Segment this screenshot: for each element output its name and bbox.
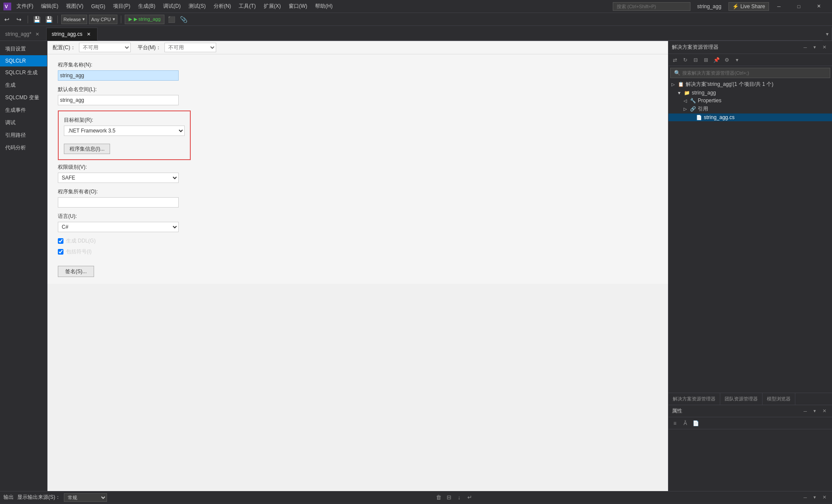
tab-scroll-right[interactable]: ▾ [823,28,832,41]
props-pin-button[interactable]: ─ [801,407,810,416]
sidebar-item-reference-paths[interactable]: 引用路径 [0,129,47,142]
output-source-select[interactable]: 常规 [64,493,107,502]
permission-label: 权限级别(V): [58,164,658,171]
redo-button[interactable]: ↪ [14,14,24,25]
sidebar-item-code-analysis[interactable]: 代码分析 [0,142,47,154]
title-bar: V 文件(F) 编辑(E) 视图(V) Git(G) 项目(P) 生成(B) 调… [0,0,832,13]
sidebar-item-sqlclr-build[interactable]: SQLCLR 生成 [0,66,47,79]
sidebar-item-build-events[interactable]: 生成事件 [0,104,47,117]
output-clear-button[interactable]: 🗑 [434,493,443,502]
cpu-dropdown[interactable]: Any CPU ▾ [89,15,117,24]
se-search-input[interactable] [682,70,826,76]
vs-logo-icon: V [3,3,11,10]
props-pages-btn[interactable]: 📄 [691,419,700,428]
close-button[interactable]: ✕ [809,0,829,13]
sign-button[interactable]: 签名(S)... [58,266,94,277]
menu-analyze[interactable]: 分析(N) [210,1,235,12]
permission-select[interactable]: SAFE [58,173,179,183]
references-label: 引用 [698,105,708,113]
output-pin-button[interactable]: ─ [801,493,810,502]
se-tab-team-explorer[interactable]: 团队资源管理器 [720,393,763,405]
tab-project-settings[interactable]: string_agg* ✕ [0,28,47,41]
menu-debug[interactable]: 调试(D) [160,1,184,12]
menu-view[interactable]: 视图(V) [63,1,87,12]
search-input[interactable] [613,2,690,11]
menu-extensions[interactable]: 扩展(X) [260,1,284,12]
props-minimize-button[interactable]: ▾ [810,407,819,416]
release-dropdown[interactable]: Release ▾ [61,15,87,24]
se-pin-button[interactable]: 📌 [712,55,721,65]
sidebar-item-build[interactable]: 生成 [0,79,47,91]
menu-edit[interactable]: 编辑(E) [38,1,62,12]
references-icon: 🔗 [690,106,696,112]
target-framework-select[interactable]: .NET Framework 3.5 [64,126,185,136]
run-button[interactable]: ▶ ▶ string_agg [125,15,164,24]
references-node[interactable]: ▷ 🔗 引用 [668,104,832,113]
undo-button[interactable]: ↩ [2,14,12,25]
se-collapse-button[interactable]: ⊟ [691,55,700,65]
se-refresh-button[interactable]: ↻ [681,55,690,65]
output-word-wrap-button[interactable]: ↵ [465,493,474,502]
props-category-btn[interactable]: ≡ [670,419,680,428]
se-bottom-tabs: 解决方案资源管理器 团队资源管理器 模型浏览器 [668,393,832,405]
menu-test[interactable]: 测试(S) [185,1,209,12]
sidebar-item-project-settings[interactable]: 项目设置 [0,43,47,55]
assembly-info-button[interactable]: 程序集信息(I)... [64,144,110,154]
se-toolbar-overflow[interactable]: ▾ [732,55,742,65]
language-select[interactable]: C# [58,222,179,232]
se-sync-button[interactable]: ⇄ [670,55,680,65]
gen-ddl-checkbox[interactable] [58,238,63,244]
panel-pin-button[interactable]: ─ [801,43,810,52]
sidebar-item-sqlclr[interactable]: SQLCLR [0,55,47,66]
live-share-button[interactable]: ⚡ Live Share [728,2,769,11]
project-node[interactable]: ▼ 📁 string_agg [668,89,832,97]
assembly-name-input[interactable] [58,70,179,81]
owner-input[interactable] [58,197,179,208]
save-all-button[interactable]: 💾 [44,14,54,25]
tab-project-settings-close[interactable]: ✕ [34,31,41,38]
se-filter-button[interactable]: ⊞ [701,55,711,65]
output-toggle-button[interactable]: ⊟ [444,493,454,502]
tab-string-agg-cs-close[interactable]: ✕ [85,31,92,38]
props-alpha-btn[interactable]: Ā [681,419,690,428]
menu-project[interactable]: 项目(P) [110,1,134,12]
save-button[interactable]: 💾 [32,14,42,25]
project-icon: 📁 [684,90,690,96]
stop-button[interactable]: ⬛ [166,14,176,25]
properties-node[interactable]: ◁ 🔧 Properties [668,97,832,104]
platform-select[interactable]: 不可用 [164,43,216,52]
default-namespace-input[interactable] [58,95,179,105]
gen-ddl-label: 生成 DDL(G) [66,237,96,245]
cs-file-label: string_agg.cs [704,114,734,120]
menu-build[interactable]: 生成(B) [135,1,159,12]
owner-group: 程序集所有者(O): [58,188,658,208]
sidebar-item-debug[interactable]: 调试 [0,117,47,129]
attach-button[interactable]: 📎 [178,14,189,25]
se-tab-model-browser[interactable]: 模型浏览器 [763,393,795,405]
include-debug-checkbox[interactable] [58,249,63,255]
panel-close-button[interactable]: ✕ [820,43,829,52]
menu-help[interactable]: 帮助(H) [312,1,336,12]
cs-file-node[interactable]: 📄 string_agg.cs [668,113,832,121]
solution-node[interactable]: ▷ 📋 解决方案'string_agg'(1 个项目/共 1 个) [668,80,832,89]
restore-button[interactable]: □ [789,0,809,13]
sidebar-item-sqlcmd-vars[interactable]: SQLCMD 变量 [0,91,47,104]
output-auto-scroll-button[interactable]: ↓ [454,493,464,502]
output-close-button[interactable]: ✕ [820,493,829,502]
se-tab-solution-explorer[interactable]: 解决方案资源管理器 [668,393,720,405]
tab-string-agg-cs[interactable]: string_agg.cs ✕ [47,28,98,41]
se-settings-button[interactable]: ⚙ [722,55,731,65]
menu-tools[interactable]: 工具(T) [235,1,259,12]
menu-git[interactable]: Git(G) [88,2,109,11]
minimize-button[interactable]: ─ [769,0,789,13]
panel-minimize-button[interactable]: ▾ [810,43,819,52]
properties-icon: 🔧 [690,98,696,104]
platform-label: 平台(M)： [138,44,161,51]
main-layout: 项目设置 SQLCLR SQLCLR 生成 生成 SQLCMD 变量 生成事件 … [0,41,832,491]
config-select[interactable]: 不可用 [79,43,131,52]
menu-file[interactable]: 文件(F) [13,1,37,12]
tab-project-settings-label: string_agg* [5,31,32,37]
output-minimize-button[interactable]: ▾ [810,493,819,502]
props-close-button[interactable]: ✕ [820,407,829,416]
menu-window[interactable]: 窗口(W) [285,1,311,12]
